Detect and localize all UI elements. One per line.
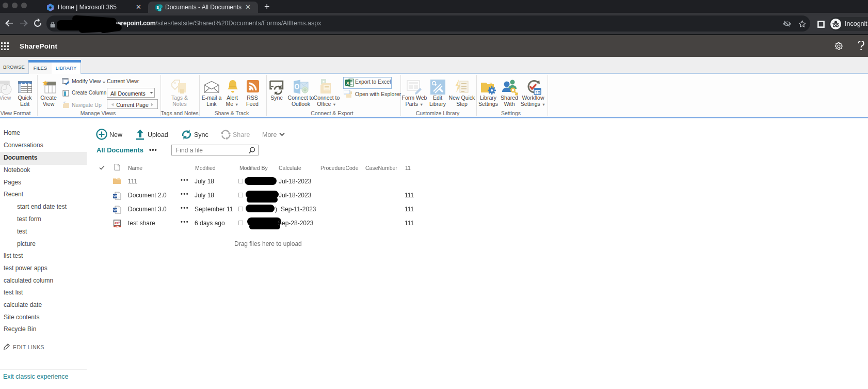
svg-text:pdf: pdf bbox=[114, 221, 120, 224]
svg-text:W: W bbox=[113, 194, 117, 198]
svg-text:W: W bbox=[113, 208, 117, 212]
